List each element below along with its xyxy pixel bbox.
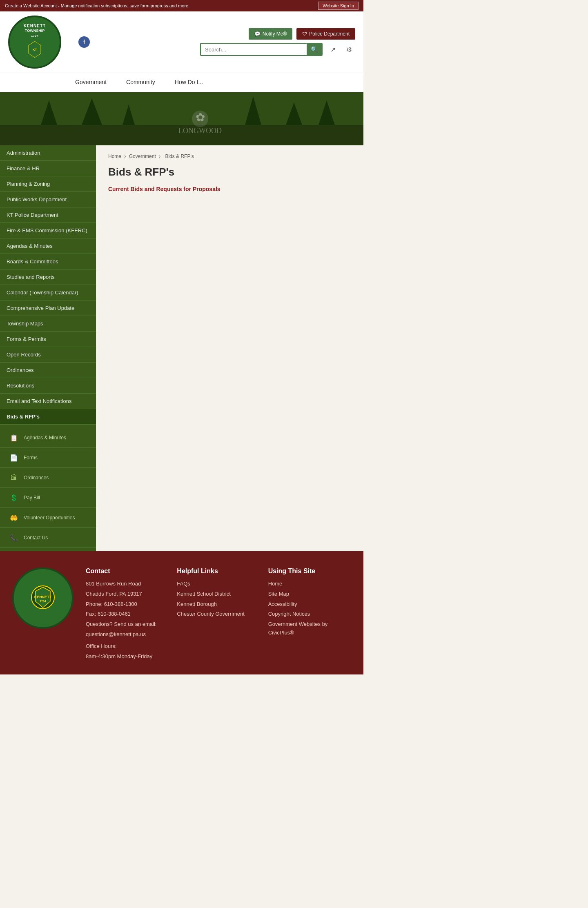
quick-link-forms[interactable]: 📄 Forms xyxy=(0,448,96,468)
sidebar-label-administration: Administration xyxy=(7,150,40,156)
sidebar-label-bids-rfps: Bids & RFP's xyxy=(7,414,40,420)
main-nav: Government Community How Do I... xyxy=(0,73,363,92)
footer-link-school[interactable]: Kennett School District xyxy=(177,590,260,599)
sidebar: Administration Finance & HR Planning & Z… xyxy=(0,145,96,551)
breadcrumb-government[interactable]: Government xyxy=(129,154,156,159)
footer-email[interactable]: questions@kennett.pa.us xyxy=(86,630,169,639)
notify-me-button[interactable]: 💬 Notify Me® xyxy=(249,28,293,40)
sidebar-item-studies-reports[interactable]: Studies and Reports xyxy=(0,269,96,285)
logo-line2: TOWNSHIP xyxy=(24,29,46,33)
footer-logo-crest-icon: KENNETT 1704 xyxy=(31,585,55,610)
quick-link-agendas[interactable]: 📋 Agendas & Minutes xyxy=(0,428,96,448)
sidebar-item-forms-permits[interactable]: Forms & Permits xyxy=(0,332,96,347)
footer-using-accessibility[interactable]: Accessibility xyxy=(268,600,351,609)
nav-item-government[interactable]: Government xyxy=(65,73,116,92)
sidebar-label-ordinances: Ordinances xyxy=(7,367,33,373)
banner-text: Create a Website Account - Manage notifi… xyxy=(5,3,189,8)
sidebar-item-finance-hr[interactable]: Finance & HR xyxy=(0,161,96,176)
nav-item-community[interactable]: Community xyxy=(116,73,165,92)
ordinances-icon: 🏛 xyxy=(8,472,20,483)
sidebar-item-boards-committees[interactable]: Boards & Committees xyxy=(0,254,96,269)
agendas-icon: 📋 xyxy=(8,432,20,443)
sidebar-item-public-works[interactable]: Public Works Department xyxy=(0,192,96,207)
sidebar-quick-links: 📋 Agendas & Minutes 📄 Forms 🏛 Ordinances… xyxy=(0,425,96,551)
sidebar-item-open-records[interactable]: Open Records xyxy=(0,347,96,363)
police-department-button[interactable]: 🛡 Police Department xyxy=(296,28,355,40)
footer-using-copyright[interactable]: Copyright Notices xyxy=(268,610,351,619)
sidebar-item-kt-police[interactable]: KT Police Department xyxy=(0,207,96,223)
footer-using-home[interactable]: Home xyxy=(268,580,351,588)
footer-helpful-heading: Helpful Links xyxy=(177,568,260,575)
sidebar-item-calendar[interactable]: Calendar (Township Calendar) xyxy=(0,285,96,300)
quick-link-volunteer[interactable]: 🤲 Volunteer Opportunities xyxy=(0,508,96,528)
breadcrumb-home[interactable]: Home xyxy=(108,154,121,159)
facebook-icon[interactable]: f xyxy=(78,36,90,48)
footer-address1: 801 Burrows Run Road xyxy=(86,580,169,588)
sidebar-label-fire-ems: Fire & EMS Commission (KFERC) xyxy=(7,227,87,234)
logo-line1: KENNETT xyxy=(24,23,46,29)
footer-link-borough[interactable]: Kennett Borough xyxy=(177,600,260,609)
footer-office-hours-label: Office Hours: xyxy=(86,642,169,651)
settings-icon[interactable]: ⚙ xyxy=(343,43,355,56)
hero-overlay xyxy=(0,92,363,145)
main-content: Home › Government › Bids & RFP's Bids & … xyxy=(96,145,363,551)
sidebar-item-fire-ems[interactable]: Fire & EMS Commission (KFERC) xyxy=(0,223,96,238)
logo[interactable]: KENNETT TOWNSHIP 1704 KT xyxy=(8,16,61,69)
search-input[interactable] xyxy=(201,44,307,55)
footer-address2: Chadds Ford, PA 19317 xyxy=(86,590,169,599)
header-right: 💬 Notify Me® 🛡 Police Department 🔍 ↗ ⚙ xyxy=(96,28,355,56)
svg-text:KENNETT: KENNETT xyxy=(34,595,52,599)
sidebar-label-finance-hr: Finance & HR xyxy=(7,165,40,171)
footer-using-civicplus[interactable]: Government Websites by CivicPlus® xyxy=(268,620,351,637)
sidebar-label-kt-police: KT Police Department xyxy=(7,212,58,218)
footer-link-county[interactable]: Chester County Government xyxy=(177,610,260,619)
notify-icon: 💬 xyxy=(254,31,261,37)
quick-link-pay-bill[interactable]: 💲 Pay Bill xyxy=(0,488,96,508)
bids-rfps-link[interactable]: Current Bids and Requests for Proposals xyxy=(108,186,220,192)
search-button[interactable]: 🔍 xyxy=(307,44,322,55)
sidebar-item-administration[interactable]: Administration xyxy=(0,145,96,161)
breadcrumb-separator-1: › xyxy=(124,154,127,159)
sidebar-item-bids-rfps[interactable]: Bids & RFP's xyxy=(0,409,96,425)
breadcrumb: Home › Government › Bids & RFP's xyxy=(108,154,351,159)
sidebar-item-comprehensive-plan[interactable]: Comprehensive Plan Update xyxy=(0,300,96,316)
search-row: 🔍 ↗ ⚙ xyxy=(96,43,355,56)
sidebar-item-planning-zoning[interactable]: Planning & Zoning xyxy=(0,176,96,192)
quick-link-label-agendas: Agendas & Minutes xyxy=(24,435,66,441)
quick-link-label-volunteer: Volunteer Opportunities xyxy=(24,515,75,521)
footer-helpful-links: Helpful Links FAQs Kennett School Distri… xyxy=(177,568,260,662)
share-icon[interactable]: ↗ xyxy=(327,43,339,56)
sidebar-label-agendas-minutes: Agendas & Minutes xyxy=(7,243,53,249)
quick-link-label-ordinances: Ordinances xyxy=(24,475,49,481)
quick-link-ordinances[interactable]: 🏛 Ordinances xyxy=(0,468,96,488)
sidebar-item-resolutions[interactable]: Resolutions xyxy=(0,378,96,394)
footer-fax: Fax: 610-388-0461 xyxy=(86,610,169,619)
footer-using-site: Using This Site Home Site Map Accessibil… xyxy=(268,568,351,662)
hero-image: ✿ LONGWOOD xyxy=(0,92,363,145)
sidebar-label-comprehensive-plan: Comprehensive Plan Update xyxy=(7,305,74,311)
svg-text:1704: 1704 xyxy=(40,600,46,603)
search-bar: 🔍 xyxy=(200,43,323,56)
facebook-icon-wrapper[interactable]: f xyxy=(72,36,90,48)
logo-subtitle: 1704 xyxy=(24,34,46,38)
pay-bill-icon: 💲 xyxy=(8,492,20,503)
footer-using-sitemap[interactable]: Site Map xyxy=(268,590,351,599)
nav-item-how-do-i[interactable]: How Do I... xyxy=(165,73,213,92)
footer: KENNETT 1704 Contact 801 Burrows Run Roa… xyxy=(0,551,363,674)
footer-contact-heading: Contact xyxy=(86,568,169,575)
header-top-row: 💬 Notify Me® 🛡 Police Department xyxy=(249,28,355,40)
police-icon: 🛡 xyxy=(302,31,307,37)
footer-logo: KENNETT 1704 xyxy=(12,568,74,629)
sidebar-item-township-maps[interactable]: Township Maps xyxy=(0,316,96,332)
sidebar-label-resolutions: Resolutions xyxy=(7,383,34,389)
sidebar-item-ordinances[interactable]: Ordinances xyxy=(0,363,96,378)
footer-link-faqs[interactable]: FAQs xyxy=(177,580,260,588)
top-banner: Create a Website Account - Manage notifi… xyxy=(0,0,363,11)
sidebar-item-agendas-minutes[interactable]: Agendas & Minutes xyxy=(0,238,96,254)
sidebar-item-email-text-notifications[interactable]: Email and Text Notifications xyxy=(0,394,96,409)
footer-hours: 8am-4:30pm Monday-Friday xyxy=(86,652,169,661)
quick-link-contact[interactable]: 📞 Contact Us xyxy=(0,528,96,548)
website-signin-button[interactable]: Website Sign In xyxy=(318,2,359,10)
content-wrapper: Administration Finance & HR Planning & Z… xyxy=(0,145,363,551)
breadcrumb-separator-2: › xyxy=(159,154,162,159)
